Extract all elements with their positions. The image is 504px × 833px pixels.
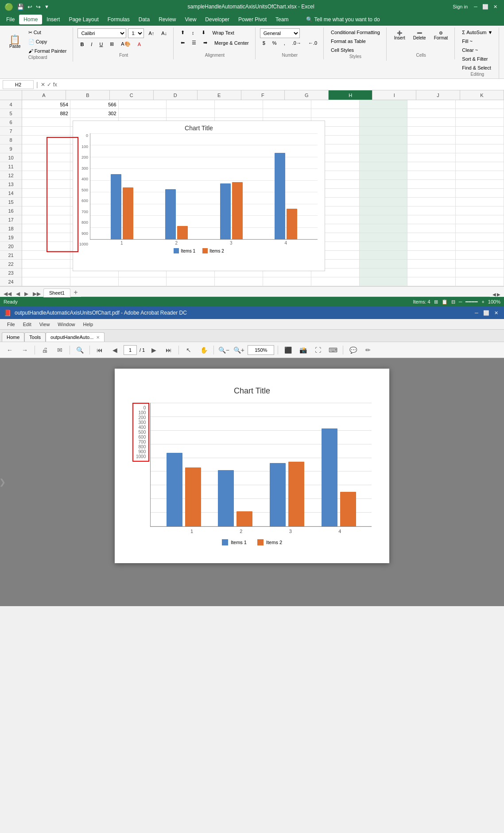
cell[interactable] <box>22 215 70 224</box>
pdf-zoom-in-button[interactable]: 🔍+ <box>233 344 245 356</box>
cell[interactable] <box>22 153 70 162</box>
italic-button[interactable]: I <box>88 40 95 48</box>
add-sheet-button[interactable]: + <box>71 288 80 297</box>
pdf-menu-window[interactable]: Window <box>54 321 78 328</box>
fill-color-button[interactable]: A🎨 <box>118 40 133 48</box>
sheet-view-layout-button[interactable]: 📋 <box>442 299 448 305</box>
align-center-button[interactable]: ☰ <box>189 39 199 47</box>
cell[interactable] <box>22 260 70 269</box>
format-painter-button[interactable]: 🖌 Format Painter <box>26 47 70 55</box>
excel-chart[interactable]: Chart Title 1000 900 800 700 600 500 400… <box>73 121 325 271</box>
decrease-decimal-button[interactable]: ←.0 <box>306 39 320 47</box>
cell-a5[interactable]: 882 <box>22 109 70 118</box>
pdf-touchup-button[interactable]: ⌨ <box>327 344 339 356</box>
cell[interactable] <box>360 233 408 242</box>
align-right-button[interactable]: ➡ <box>201 39 210 47</box>
cell[interactable] <box>407 144 456 153</box>
enter-formula-icon[interactable]: ✓ <box>47 82 51 88</box>
cell-j4[interactable] <box>456 100 504 109</box>
sheet-view-break-button[interactable]: ⊟ <box>451 299 455 305</box>
cell-f5[interactable] <box>263 109 311 118</box>
cell[interactable] <box>70 277 119 286</box>
pdf-tab-document[interactable]: outputHandleAuto... ✕ <box>46 332 105 342</box>
pdf-tab-home[interactable]: Home <box>2 332 24 342</box>
cell-reference-box[interactable] <box>3 80 34 89</box>
cell[interactable] <box>360 242 408 251</box>
cell-d5[interactable] <box>167 109 215 118</box>
cell[interactable] <box>360 260 408 269</box>
pdf-prev-page-button[interactable]: ◀ <box>109 344 121 356</box>
menu-data[interactable]: Data <box>134 15 154 24</box>
conditional-formatting-button[interactable]: Conditional Formatting <box>328 28 383 36</box>
cell[interactable] <box>22 206 70 215</box>
formula-input[interactable] <box>60 82 501 88</box>
cell[interactable] <box>22 180 70 189</box>
sort-filter-button[interactable]: Sort & Filter <box>459 55 490 63</box>
cell[interactable] <box>456 206 504 215</box>
pdf-annotate-button[interactable]: ✏ <box>362 344 374 356</box>
cell[interactable] <box>360 215 408 224</box>
cell[interactable] <box>22 136 70 144</box>
row-num-13[interactable]: 13 <box>0 180 22 189</box>
pdf-forward-button[interactable]: → <box>19 344 31 356</box>
cell[interactable] <box>360 162 408 171</box>
scroll-forward-button[interactable]: ▶ <box>23 291 30 297</box>
pdf-back-button[interactable]: ← <box>4 344 16 356</box>
pdf-select-button[interactable]: ↖ <box>182 344 195 356</box>
sheet-tab-sheet1[interactable]: Sheet1 <box>43 288 70 297</box>
cell[interactable] <box>456 269 504 277</box>
signin-button[interactable]: Sign in <box>453 4 468 9</box>
col-header-k[interactable]: K <box>460 90 504 100</box>
merge-center-button[interactable]: Merge & Center <box>212 39 252 47</box>
cell[interactable] <box>456 251 504 260</box>
find-select-button[interactable]: Find & Select <box>459 64 493 72</box>
cell-g5[interactable] <box>311 109 360 118</box>
row-num-8[interactable]: 8 <box>0 136 22 144</box>
row-num-20[interactable]: 20 <box>0 242 22 251</box>
cell[interactable] <box>22 233 70 242</box>
cell[interactable] <box>407 162 456 171</box>
cell[interactable] <box>407 118 456 127</box>
cell[interactable] <box>360 198 408 206</box>
cell-c4[interactable] <box>119 100 167 109</box>
clear-button[interactable]: Clear ~ <box>459 46 481 54</box>
cell[interactable] <box>456 180 504 189</box>
cell-a4[interactable]: 554 <box>22 100 70 109</box>
menu-developer[interactable]: Developer <box>201 15 234 24</box>
format-as-table-button[interactable]: Format as Table <box>328 37 368 45</box>
cell[interactable] <box>407 136 456 144</box>
cell[interactable] <box>407 233 456 242</box>
close-button[interactable]: ✕ <box>491 2 500 11</box>
cell-e4[interactable] <box>215 100 263 109</box>
row-num-21[interactable]: 21 <box>0 251 22 260</box>
number-format-select[interactable]: General <box>260 28 300 38</box>
cell-styles-button[interactable]: Cell Styles <box>328 46 357 54</box>
pdf-next-page-button[interactable]: ▶ <box>147 344 160 356</box>
row-num-18[interactable]: 18 <box>0 224 22 233</box>
cell[interactable] <box>215 277 263 286</box>
zoom-in-button[interactable]: + <box>481 299 484 304</box>
cell[interactable] <box>360 206 408 215</box>
restore-button[interactable]: ⬜ <box>481 2 490 11</box>
align-left-button[interactable]: ⬅ <box>178 39 187 47</box>
fill-button[interactable]: Fill ~ <box>459 37 475 45</box>
pdf-last-page-button[interactable]: ⏭ <box>163 344 175 356</box>
quick-access-save[interactable]: 💾 <box>17 4 24 10</box>
row-num-10[interactable]: 10 <box>0 153 22 162</box>
cell[interactable] <box>456 215 504 224</box>
cell[interactable] <box>360 180 408 189</box>
font-color-button[interactable]: A <box>135 40 143 48</box>
insert-function-icon[interactable]: fx <box>53 82 57 88</box>
col-header-i[interactable]: I <box>372 90 416 100</box>
scroll-right-button[interactable]: ▶▶ <box>31 291 43 297</box>
decrease-font-button[interactable]: A↓ <box>159 29 170 37</box>
cell[interactable] <box>407 180 456 189</box>
cell[interactable] <box>22 198 70 206</box>
cell[interactable] <box>407 153 456 162</box>
cell[interactable] <box>167 277 215 286</box>
cell[interactable] <box>22 251 70 260</box>
pdf-scroll-left-arrow[interactable]: ❯ <box>0 477 6 487</box>
cell[interactable] <box>360 269 408 277</box>
pdf-fullscreen-button[interactable]: ⛶ <box>312 344 324 356</box>
menu-team[interactable]: Team <box>271 15 293 24</box>
